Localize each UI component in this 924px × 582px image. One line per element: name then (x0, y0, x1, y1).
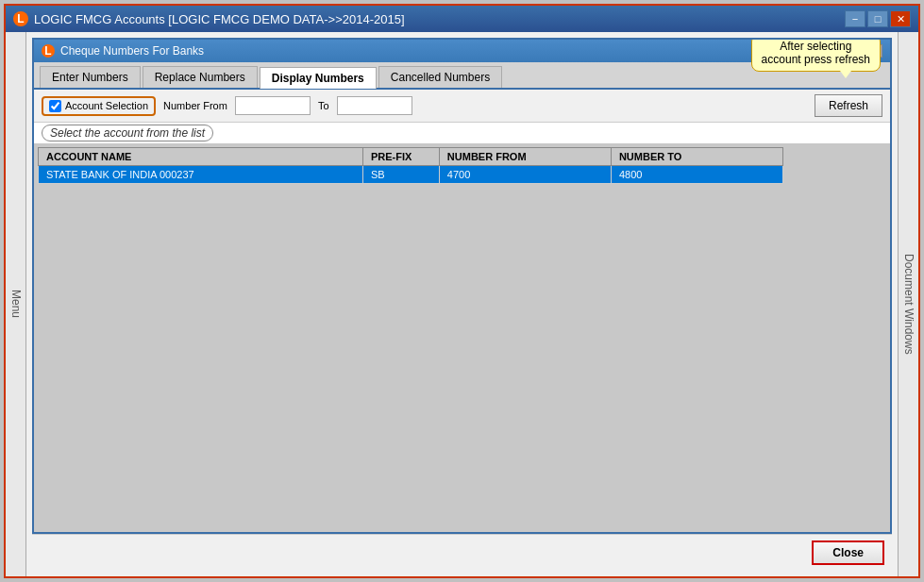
tabs-area: Enter Numbers Replace Numbers Display Nu… (34, 62, 890, 90)
cell-account-name: STATE BANK OF INDIA 000237 (39, 166, 363, 184)
hint-text: Select the account from the list (34, 123, 890, 143)
main-area: L Cheque Numbers For Banks ✕ Enter Numbe… (26, 32, 898, 576)
account-selection-checkbox-container[interactable]: Account Selection (42, 96, 156, 116)
col-account-name: ACCOUNT NAME (39, 148, 363, 166)
table-header: ACCOUNT NAME PRE-FIX NUMBER FROM NUMBER … (39, 148, 783, 166)
col-prefix: PRE-FIX (362, 148, 439, 166)
refresh-button[interactable]: Refresh (815, 94, 882, 117)
tooltip-bubble: After selecting account press refresh (751, 38, 881, 72)
toolbar: Account Selection Number From To Refresh (34, 90, 890, 123)
left-sidebar: Menu (6, 32, 26, 576)
title-bar: L LOGIC FMCG Accounts [LOGIC FMCG DEMO D… (6, 6, 918, 32)
data-table: ACCOUNT NAME PRE-FIX NUMBER FROM NUMBER … (38, 147, 783, 184)
main-window: L LOGIC FMCG Accounts [LOGIC FMCG DEMO D… (4, 4, 920, 578)
table-row[interactable]: STATE BANK OF INDIA 000237 SB 4700 4800 (39, 166, 783, 184)
to-label: To (318, 100, 329, 111)
app-icon: L (13, 11, 28, 26)
to-input[interactable] (337, 96, 412, 115)
inner-title-left: L Cheque Numbers For Banks (42, 44, 204, 58)
header-row: ACCOUNT NAME PRE-FIX NUMBER FROM NUMBER … (39, 148, 783, 166)
minimize-button[interactable]: − (845, 10, 865, 27)
tab-enter-numbers[interactable]: Enter Numbers (40, 66, 141, 88)
tab-display-numbers[interactable]: Display Numbers (260, 67, 377, 89)
account-selection-label: Account Selection (65, 100, 148, 111)
cell-number-to: 4800 (611, 166, 782, 184)
window-body: Menu L Cheque Numbers For Banks ✕ (6, 32, 918, 576)
inner-window-title: Cheque Numbers For Banks (60, 44, 204, 58)
table-container: ACCOUNT NAME PRE-FIX NUMBER FROM NUMBER … (34, 143, 890, 532)
inner-app-icon: L (42, 44, 55, 58)
maximize-button[interactable]: □ (867, 10, 888, 27)
tab-cancelled-numbers[interactable]: Cancelled Numbers (378, 66, 502, 88)
window-title: LOGIC FMCG Accounts [LOGIC FMCG DEMO DAT… (34, 12, 405, 26)
account-selection-checkbox[interactable] (49, 100, 61, 112)
right-sidebar: Document Windows (898, 32, 918, 576)
window-controls: − □ ✕ (845, 10, 911, 27)
close-button[interactable]: Close (812, 540, 884, 565)
title-bar-left: L LOGIC FMCG Accounts [LOGIC FMCG DEMO D… (13, 11, 405, 26)
col-number-to: NUMBER TO (611, 148, 782, 166)
table-body: STATE BANK OF INDIA 000237 SB 4700 4800 (39, 166, 783, 184)
tab-replace-numbers[interactable]: Replace Numbers (143, 66, 258, 88)
cell-number-from: 4700 (439, 166, 611, 184)
number-from-input[interactable] (235, 96, 311, 115)
window-close-button[interactable]: ✕ (890, 10, 911, 27)
inner-window: L Cheque Numbers For Banks ✕ Enter Numbe… (32, 38, 892, 534)
cell-prefix: SB (362, 166, 439, 184)
bottom-bar: Close (32, 534, 892, 571)
col-number-from: NUMBER FROM (439, 148, 611, 166)
number-from-label: Number From (163, 100, 227, 111)
